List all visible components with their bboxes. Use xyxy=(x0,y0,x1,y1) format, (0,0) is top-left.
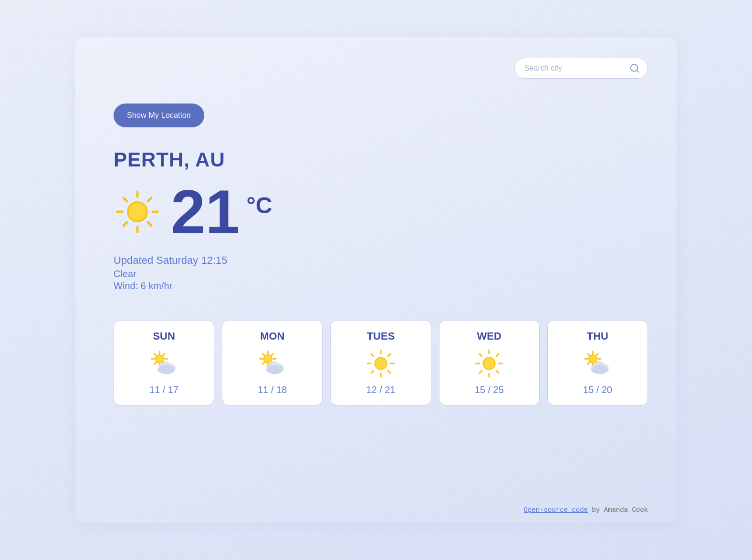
svg-line-34 xyxy=(262,363,264,364)
sunny-icon xyxy=(474,348,504,379)
forecast-card: MON 11 / 18 xyxy=(222,320,323,405)
svg-line-49 xyxy=(371,371,374,373)
forecast-icon-wrapper xyxy=(582,348,613,379)
svg-line-16 xyxy=(154,353,156,355)
svg-line-18 xyxy=(163,353,165,355)
svg-point-11 xyxy=(129,203,146,220)
forecast-icon-wrapper xyxy=(366,348,396,379)
search-input[interactable] xyxy=(524,64,626,73)
svg-line-19 xyxy=(154,363,156,364)
forecast-day: THU xyxy=(587,330,608,342)
svg-line-1 xyxy=(637,70,638,72)
svg-line-57 xyxy=(496,371,499,373)
svg-line-69 xyxy=(588,363,590,364)
forecast-card: THU 15 / 20 xyxy=(547,320,648,405)
app-container: Show My Location PERTH, AU 21 °C xyxy=(75,37,677,523)
forecast-day: TUES xyxy=(367,330,395,342)
svg-line-66 xyxy=(588,353,590,355)
forecast-card: WED 15 / 25 xyxy=(439,320,540,405)
svg-line-59 xyxy=(480,371,482,373)
sun-icon xyxy=(114,188,161,236)
forecast-day: WED xyxy=(477,330,501,342)
condition-text: Clear xyxy=(114,269,648,280)
svg-point-71 xyxy=(589,355,597,363)
svg-line-9 xyxy=(124,222,127,226)
updated-text: Updated Saturday 12:15 xyxy=(114,254,648,267)
svg-point-76 xyxy=(592,365,608,374)
forecast-temperature: 11 / 17 xyxy=(149,384,178,395)
temperature-section: 21 °C xyxy=(114,181,648,243)
forecast-temperature: 11 / 18 xyxy=(258,384,287,395)
svg-point-21 xyxy=(156,355,163,363)
sunny-icon xyxy=(366,348,396,379)
svg-line-8 xyxy=(148,198,151,201)
svg-point-36 xyxy=(264,355,272,363)
svg-line-31 xyxy=(262,353,264,355)
svg-point-26 xyxy=(158,365,175,374)
svg-line-6 xyxy=(124,198,127,201)
partly-cloudy-icon xyxy=(149,348,179,379)
forecast-temperature: 15 / 25 xyxy=(475,384,504,395)
partly-cloudy-icon xyxy=(257,348,288,379)
forecast-section: SUN 11 / 17MON xyxy=(114,320,648,405)
svg-line-58 xyxy=(496,354,499,356)
svg-line-56 xyxy=(480,354,482,356)
search-icon[interactable] xyxy=(629,63,640,73)
forecast-icon-wrapper xyxy=(257,348,288,379)
forecast-temperature: 15 / 20 xyxy=(583,384,612,395)
search-input-wrapper xyxy=(514,58,648,79)
open-source-link[interactable]: Open-source code xyxy=(524,506,588,514)
footer: Open-source code by Amanda Cook xyxy=(524,506,648,514)
wind-text: Wind: 6 km/hr xyxy=(114,280,648,291)
temperature-unit: °C xyxy=(247,192,272,218)
footer-author: by Amanda Cook xyxy=(588,506,648,514)
svg-line-68 xyxy=(596,353,598,355)
forecast-card: SUN 11 / 17 xyxy=(114,320,214,405)
svg-point-61 xyxy=(484,358,494,369)
forecast-icon-wrapper xyxy=(474,348,504,379)
forecast-day: SUN xyxy=(153,330,175,342)
svg-line-33 xyxy=(271,353,273,355)
search-bar xyxy=(514,58,648,79)
forecast-day: MON xyxy=(260,330,284,342)
partly-cloudy-icon xyxy=(582,348,613,379)
forecast-temperature: 12 / 21 xyxy=(366,384,395,395)
svg-line-47 xyxy=(388,371,390,373)
city-name: PERTH, AU xyxy=(114,148,648,171)
svg-point-51 xyxy=(376,358,386,369)
weather-details: Updated Saturday 12:15 Clear Wind: 6 km/… xyxy=(114,254,648,291)
svg-line-48 xyxy=(388,354,390,356)
svg-line-46 xyxy=(371,354,374,356)
temperature-value: 21 xyxy=(171,181,240,243)
svg-point-41 xyxy=(266,365,283,374)
svg-line-7 xyxy=(148,222,151,226)
forecast-card: TUES 12 / 21 xyxy=(330,320,431,405)
forecast-icon-wrapper xyxy=(149,348,179,379)
show-location-button[interactable]: Show My Location xyxy=(114,104,204,127)
